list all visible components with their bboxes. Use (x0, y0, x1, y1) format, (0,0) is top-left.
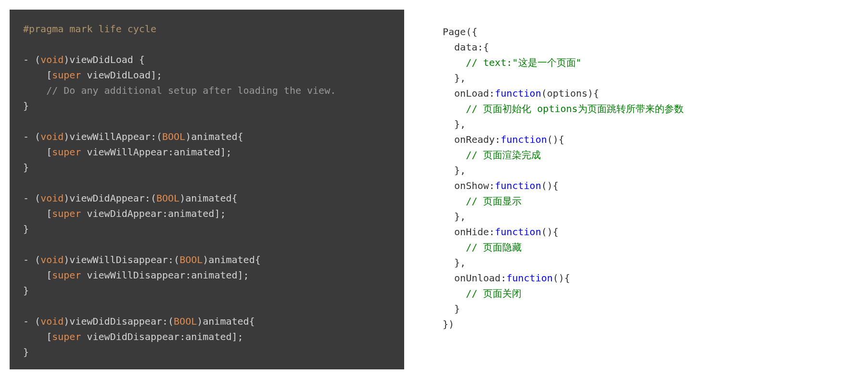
block-close: }, (443, 255, 684, 270)
page-close: }) (443, 316, 684, 332)
js-code-panel: Page({ data:{ // text:"这是一个页面" }, onLoad… (433, 10, 693, 369)
code-comment: // Do any additional setup after loading… (23, 83, 391, 98)
block-close: }, (443, 116, 684, 132)
data-close: }, (443, 70, 684, 86)
method-signature: - (void)viewWillAppear:(BOOL)animated{ (23, 129, 391, 144)
onshow-line: onShow:function(){ (443, 178, 684, 193)
method-close: } (23, 221, 391, 237)
block-close: }, (443, 163, 684, 178)
code-comment: // 页面初始化 options为页面跳转所带来的参数 (443, 101, 684, 116)
method-body: [super viewDidLoad]; (23, 67, 391, 83)
page-open: Page({ (443, 24, 684, 39)
pragma-directive: #pragma mark life cycle (23, 23, 156, 35)
code-comment: // text:"这是一个页面" (443, 55, 684, 70)
method-signature: - (void)viewDidDisappear:(BOOL)animated{ (23, 314, 391, 329)
onhide-line: onHide:function(){ (443, 224, 684, 240)
code-comment: // 页面渲染完成 (443, 147, 684, 163)
method-signature: - (void)viewWillDisappear:(BOOL)animated… (23, 252, 391, 267)
onunload-line: onUnload:function(){ (443, 270, 684, 286)
code-comment: // 页面隐藏 (443, 240, 684, 255)
method-signature: - (void)viewDidAppear:(BOOL)animated{ (23, 190, 391, 206)
method-body: [super viewWillAppear:animated]; (23, 144, 391, 160)
block-close: }, (443, 209, 684, 224)
method-body: [super viewDidDisappear:animated]; (23, 329, 391, 344)
method-signature: - (void)viewDidLoad { (23, 52, 391, 67)
method-body: [super viewWillDisappear:animated]; (23, 267, 391, 283)
last-block-close: } (443, 301, 684, 316)
method-close: } (23, 98, 391, 114)
onready-line: onReady:function(){ (443, 132, 684, 147)
objc-code-panel: #pragma mark life cycle - (void)viewDidL… (10, 10, 404, 369)
method-body: [super viewDidAppear:animated]; (23, 206, 391, 221)
onload-line: onLoad:function(options){ (443, 86, 684, 101)
code-comment: // 页面关闭 (443, 286, 684, 301)
method-close: } (23, 283, 391, 298)
method-close: } (23, 160, 391, 175)
method-close: } (23, 344, 391, 360)
data-open: data:{ (443, 39, 684, 55)
code-comment: // 页面显示 (443, 193, 684, 209)
